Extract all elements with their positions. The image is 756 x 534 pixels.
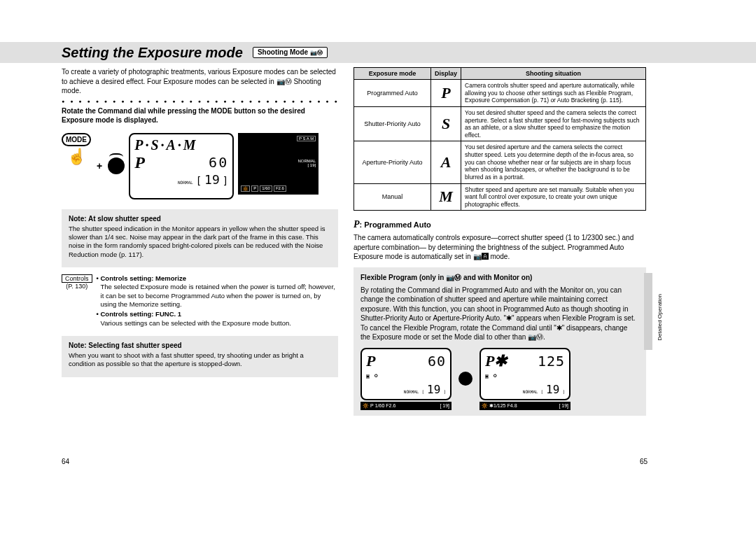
exposure-modes-table: Exposure mode Display Shooting situation… (354, 67, 646, 211)
th-display: Display (431, 68, 461, 80)
controls-item-func1: • Controls setting: FUNC. 1Various setti… (97, 310, 338, 328)
monitor-after: 🔆✱1/125F4.8[ 19] (479, 402, 570, 410)
lcd-after-group: P✱125 ▣ ⭘ NORMAL[19] 🔆✱1/125F4.8[ 19] (479, 348, 570, 410)
note2-body: When you want to shoot with a fast shutt… (69, 351, 331, 369)
note-slow-shutter: Note: At slow shutter speed The shutter … (62, 209, 338, 267)
lcd-psam: P·S·A·M (134, 137, 228, 153)
programmed-auto-heading: P: Programmed Auto (354, 219, 646, 230)
page-num-left: 64 (62, 458, 69, 465)
lcd-panel: P·S·A·M P 60 NORMAL [ 19 ] (129, 133, 234, 199)
note1-body: The shutter speed indication in the Moni… (69, 225, 331, 259)
cell-mode: Aperture-Priority Auto (354, 141, 431, 183)
instruction-text: Rotate the Command dial while pressing t… (62, 106, 338, 125)
left-column: To create a variety of photographic trea… (62, 67, 338, 384)
cell-display: M (431, 183, 461, 211)
cell-display: S (431, 106, 461, 141)
cell-mode: Manual (354, 183, 431, 211)
plus-icon: + (95, 160, 104, 171)
cell-situation: You set desired aperture and the camera … (461, 141, 646, 183)
monitor-preview: P S A M NORMAL [ 19] 🔆 P 1/60 F2.6 (238, 133, 318, 195)
side-tab (644, 273, 652, 350)
monitor-count: [ 19] (241, 163, 316, 167)
cell-situation: Shutter speed and aperture are set manua… (461, 183, 646, 211)
shooting-mode-tag: Shooting Mode 📷Ⓜ (253, 47, 328, 58)
page-title: Setting the Exposure mode (62, 45, 243, 61)
right-column: Exposure mode Display Shooting situation… (354, 67, 646, 416)
note-fast-shutter: Note: Selecting fast shutter speed When … (62, 336, 338, 377)
flex-title: Flexible Program (only in 📷Ⓜ and with Mo… (360, 273, 639, 283)
lcd-normal: NORMAL (178, 180, 193, 185)
mon-b2: 1/60 (260, 185, 272, 192)
mode-button-icon: MODE (62, 133, 91, 146)
cell-mode: Shutter-Priority Auto (354, 106, 431, 141)
controls-item-memorize: • Controls setting: MemorizeThe selected… (97, 274, 338, 309)
lcd-mode-p: P (134, 153, 145, 172)
monitor-before: 🔆P1/60F2.6[ 19] (360, 402, 451, 410)
mode-diagram: MODE ☝ + P·S·A·M P 60 NORMAL [ 19 ] P S … (62, 133, 338, 199)
side-label: Detailed Operation (657, 294, 663, 341)
table-row: Aperture-Priority Auto A You set desired… (354, 141, 646, 183)
mon-b1: P (251, 185, 258, 192)
cell-mode: Programmed Auto (354, 80, 431, 107)
lcd-before-group: P60 ▣ ⭘ NORMAL[19] 🔆P1/60F2.6[ 19] (360, 348, 451, 410)
controls-page-ref: (P. 130) (62, 283, 92, 290)
flex-body: By rotating the Command dial in Programm… (360, 286, 639, 342)
divider-dots: ● ● ● ● ● ● ● ● ● ● ● ● ● ● ● ● ● ● ● ● … (62, 99, 338, 104)
hand-icon: ☝ (62, 149, 91, 164)
lcd-speed: 60 (209, 154, 228, 171)
mon-b3: F2.6 (274, 185, 286, 192)
flexible-program-box: Flexible Program (only in 📷Ⓜ and with Mo… (354, 267, 646, 416)
note1-title: Note: At slow shutter speed (69, 215, 331, 223)
cell-display: A (431, 141, 461, 183)
th-mode: Exposure mode (354, 68, 431, 80)
lcd-before: P60 ▣ ⭘ NORMAL[19] (360, 348, 451, 400)
table-row: Shutter-Priority Auto S You set desired … (354, 106, 646, 141)
programmed-auto-body: The camera automatically controls exposu… (354, 233, 646, 262)
note2-title: Note: Selecting fast shutter speed (69, 342, 331, 349)
lcd-after: P✱125 ▣ ⭘ NORMAL[19] (479, 348, 570, 400)
cell-display: P (431, 80, 461, 107)
table-row: Programmed Auto P Camera controls shutte… (354, 80, 646, 107)
monitor-psam: P S A M (297, 136, 316, 141)
page-num-right: 65 (640, 458, 648, 465)
mon-b0: 🔆 (241, 185, 250, 192)
intro-text: To create a variety of photographic trea… (62, 67, 338, 96)
title-bar: Setting the Exposure mode Shooting Mode … (0, 42, 756, 63)
controls-button: Controls (62, 274, 92, 283)
lcd-count: 19 (204, 172, 220, 187)
dial-icon (458, 372, 472, 386)
command-dial-icon (108, 157, 125, 174)
cell-situation: Camera controls shutter speed and apertu… (461, 80, 646, 107)
controls-section: Controls (P. 130) • Controls setting: Me… (62, 274, 338, 329)
cell-situation: You set desired shutter speed and the ca… (461, 106, 646, 141)
th-situation: Shooting situation (461, 68, 646, 80)
table-row: Manual M Shutter speed and aperture are … (354, 183, 646, 211)
